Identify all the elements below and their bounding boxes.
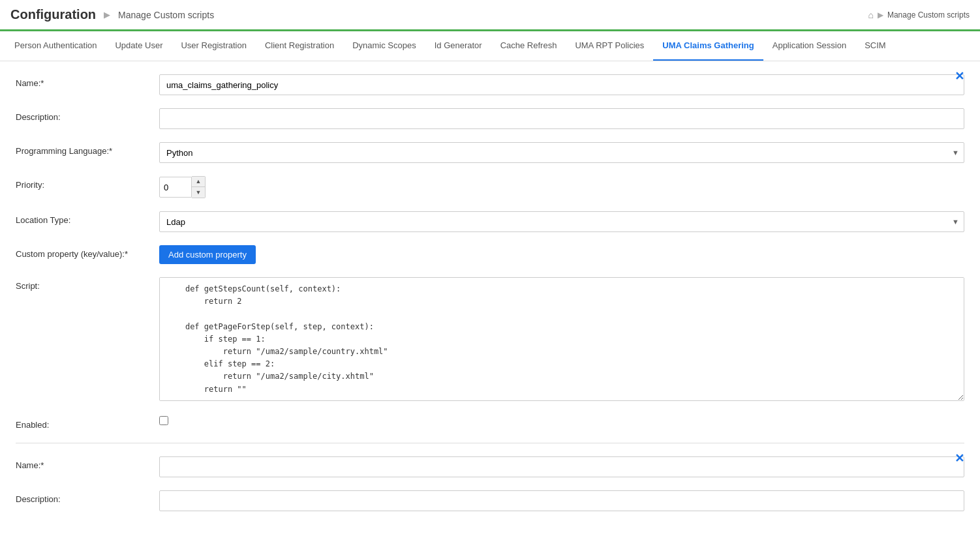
- priority-down-button[interactable]: ▼: [192, 187, 205, 198]
- tab-app-session[interactable]: Application Session: [763, 31, 855, 61]
- script-control: def getStepsCount(self, context): return…: [159, 277, 964, 403]
- description-control: [159, 108, 964, 129]
- tab-dynamic-scopes[interactable]: Dynamic Scopes: [343, 31, 425, 61]
- description-row-2: Description:: [16, 490, 964, 511]
- page-title: Configuration: [10, 7, 96, 22]
- description-label-2: Description:: [16, 490, 159, 504]
- enabled-label: Enabled:: [16, 416, 159, 430]
- tab-user-reg[interactable]: User Registration: [172, 31, 255, 61]
- top-header: Configuration ▶ Manage Custom scripts ⌂ …: [0, 0, 980, 31]
- prog-lang-label: Programming Language:*: [16, 142, 159, 156]
- enabled-row: Enabled:: [16, 416, 964, 430]
- custom-property-row: Custom property (key/value):* Add custom…: [16, 245, 964, 264]
- breadcrumb-separator: ▶: [878, 10, 883, 20]
- tabs-bar: Person Authentication Update User User R…: [0, 31, 980, 61]
- description-label: Description:: [16, 108, 159, 122]
- priority-spinner: ▲ ▼: [159, 176, 964, 198]
- header-left: Configuration ▶ Manage Custom scripts: [10, 7, 214, 22]
- location-type-select-wrapper: Ldap File ▼: [159, 211, 964, 232]
- enabled-control: [159, 416, 964, 427]
- prog-lang-select-wrapper: Python Java JavaScript ▼: [159, 142, 964, 163]
- priority-row: Priority: ▲ ▼: [16, 176, 964, 198]
- name-input[interactable]: [159, 74, 964, 95]
- name-control-2: ✕: [159, 456, 964, 477]
- tab-client-reg[interactable]: Client Registration: [256, 31, 343, 61]
- location-type-select[interactable]: Ldap File: [159, 211, 964, 232]
- script-label: Script:: [16, 277, 159, 291]
- home-icon[interactable]: ⌂: [868, 10, 873, 20]
- name-row-2: Name:* ✕: [16, 456, 964, 477]
- priority-input[interactable]: [159, 177, 192, 198]
- name-input-2[interactable]: [159, 456, 964, 477]
- name-label: Name:*: [16, 74, 159, 88]
- name-control: ✕: [159, 74, 964, 95]
- breadcrumb: ⌂ ▶ Manage Custom scripts: [868, 10, 970, 20]
- prog-lang-control: Python Java JavaScript ▼: [159, 142, 964, 163]
- location-type-label: Location Type:: [16, 211, 159, 225]
- header-separator: ▶: [104, 10, 110, 20]
- section-divider: [16, 443, 964, 443]
- breadcrumb-link[interactable]: Manage Custom scripts: [887, 10, 970, 20]
- header-subtitle: Manage Custom scripts: [118, 10, 214, 20]
- priority-label: Priority:: [16, 176, 159, 190]
- script-textarea[interactable]: def getStepsCount(self, context): return…: [159, 277, 964, 401]
- tab-id-generator[interactable]: Id Generator: [425, 31, 491, 61]
- add-custom-property-button[interactable]: Add custom property: [159, 245, 256, 264]
- main-content: Name:* ✕ Description: Programming Langua…: [0, 61, 980, 536]
- tab-cache-refresh[interactable]: Cache Refresh: [491, 31, 566, 61]
- custom-property-label: Custom property (key/value):*: [16, 245, 159, 259]
- description-input[interactable]: [159, 108, 964, 129]
- enabled-checkbox[interactable]: [159, 416, 168, 425]
- description-input-2[interactable]: [159, 490, 964, 511]
- script-row: Script: def getStepsCount(self, context)…: [16, 277, 964, 403]
- name-close-icon[interactable]: ✕: [955, 70, 964, 82]
- location-type-row: Location Type: Ldap File ▼: [16, 211, 964, 232]
- tab-uma-rpt[interactable]: UMA RPT Policies: [566, 31, 653, 61]
- tab-update-user[interactable]: Update User: [106, 31, 172, 61]
- tab-person-auth[interactable]: Person Authentication: [5, 31, 106, 61]
- name-row: Name:* ✕: [16, 74, 964, 95]
- priority-up-button[interactable]: ▲: [192, 177, 205, 187]
- description-control-2: [159, 490, 964, 511]
- tab-uma-claims[interactable]: UMA Claims Gathering: [653, 31, 763, 61]
- description-row: Description:: [16, 108, 964, 129]
- name-close-icon-2[interactable]: ✕: [955, 453, 964, 464]
- custom-property-control: Add custom property: [159, 245, 964, 264]
- tab-scim[interactable]: SCIM: [855, 31, 895, 61]
- name-label-2: Name:*: [16, 456, 159, 470]
- priority-spinner-btns: ▲ ▼: [192, 176, 206, 198]
- priority-control: ▲ ▼: [159, 176, 964, 198]
- location-type-control: Ldap File ▼: [159, 211, 964, 232]
- prog-lang-select[interactable]: Python Java JavaScript: [159, 142, 964, 163]
- prog-lang-row: Programming Language:* Python Java JavaS…: [16, 142, 964, 163]
